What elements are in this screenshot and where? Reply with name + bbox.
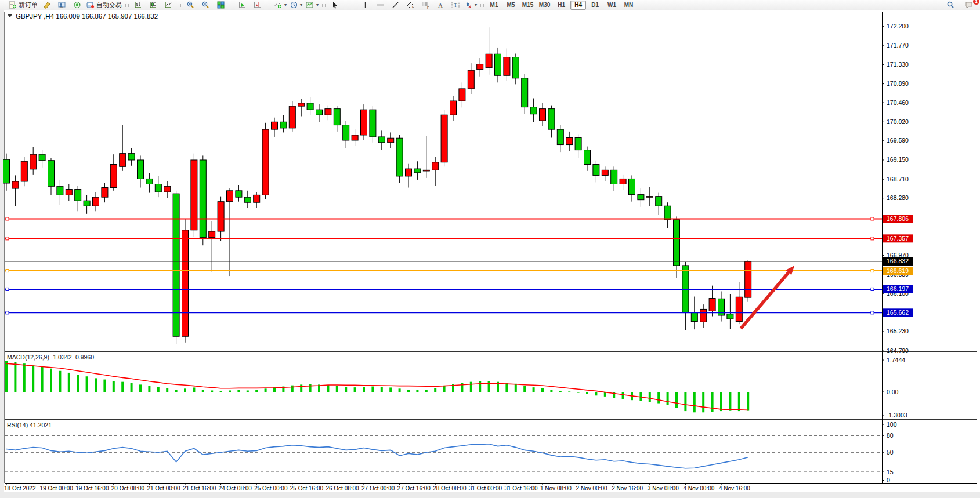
strategy-tester-icon [73,1,81,9]
fibonacci-tool-button[interactable]: F [418,0,433,10]
cursor-tool-button[interactable] [327,0,342,10]
zoom-in-button[interactable] [183,0,198,10]
svg-text:MACD(12,26,9) -1.0342 -0.9960: MACD(12,26,9) -1.0342 -0.9960 [7,354,94,361]
tile-windows-button[interactable] [213,0,228,10]
tab-timeframe-w1[interactable]: W1 [604,1,620,10]
toolbar-grip [2,2,5,8]
line-chart-icon [165,1,172,9]
svg-text:0: 0 [887,477,890,484]
tab-timeframe-m15[interactable]: M15 [520,1,536,10]
svg-text:20 Oct 08:00: 20 Oct 08:00 [111,485,145,492]
svg-text:28 Oct 08:00: 28 Oct 08:00 [433,485,467,492]
chart-canvas[interactable]: 172.200171.770171.330170.890170.460170.0… [0,0,980,498]
svg-text:170.890: 170.890 [887,80,909,87]
auto-scroll-icon [239,1,247,9]
fibonacci-icon: F [421,1,430,9]
svg-text:F: F [427,6,429,9]
text-label-tool-button[interactable]: T [448,0,463,10]
notifications-button[interactable]: 1 [961,0,977,10]
trendline-tool-button[interactable] [388,0,403,10]
svg-text:19 Oct 00:00: 19 Oct 00:00 [40,485,74,492]
indicators-button[interactable]: ▾ [272,0,288,10]
terminal-button[interactable] [55,0,70,10]
svg-text:0.00: 0.00 [887,388,899,395]
tab-timeframe-h1[interactable]: H1 [554,1,569,10]
templates-icon [306,1,314,9]
svg-text:1 Nov 08:00: 1 Nov 08:00 [540,485,572,492]
svg-text:21 Oct 16:00: 21 Oct 16:00 [183,485,216,492]
toolbar-grip [480,2,484,8]
tile-windows-icon [217,1,225,9]
new-order-icon [9,1,17,9]
svg-text:172.200: 172.200 [887,23,909,30]
candlestick-chart-button[interactable] [146,0,161,10]
text-label-icon: T [451,1,460,9]
tab-timeframe-mn[interactable]: MN [621,1,637,10]
toolbar-grip [125,2,129,8]
arrows-icon [465,1,472,9]
svg-text:169.590: 169.590 [887,137,909,144]
dropdown-caret: ▾ [284,2,287,8]
svg-text:25 Oct 00:00: 25 Oct 00:00 [254,485,288,492]
svg-text:2 Nov 00:00: 2 Nov 00:00 [576,485,607,492]
strategy-tester-button[interactable] [70,0,85,10]
toolbar-grip [230,2,233,8]
bar-chart-button[interactable] [131,0,146,10]
zoom-in-icon [186,1,194,9]
horizontal-line-icon [376,1,384,9]
svg-text:19 Oct 16:00: 19 Oct 16:00 [75,485,109,492]
indicators-icon [274,1,282,9]
svg-text:T: T [454,2,457,8]
new-order-label: 新订单 [19,1,38,9]
horizontal-line-tool-button[interactable] [373,0,388,10]
search-button[interactable] [943,0,958,10]
dropdown-caret: ▾ [316,2,319,8]
arrows-tool-button[interactable]: ▾ [463,0,479,10]
svg-text:170.460: 170.460 [887,99,909,106]
svg-text:168.280: 168.280 [887,194,909,201]
candlestick-chart-icon [150,1,157,9]
svg-text:31 Oct 00:00: 31 Oct 00:00 [469,485,502,492]
profiles-icon [43,1,51,9]
search-icon [946,1,954,9]
svg-text:24 Oct 08:00: 24 Oct 08:00 [219,485,252,492]
tab-timeframe-h4[interactable]: H4 [570,1,586,10]
tab-timeframe-m30[interactable]: M30 [537,1,552,10]
svg-text:164.790: 164.790 [887,347,909,354]
text-tool-button[interactable]: A [433,0,448,10]
svg-text:171.770: 171.770 [887,42,909,49]
new-order-button[interactable]: 新订单 [7,0,39,10]
svg-text:27 Oct 00:00: 27 Oct 00:00 [361,485,395,492]
line-chart-button[interactable] [161,0,176,10]
periods-button[interactable]: ▾ [288,0,304,10]
terminal-window: 新订单 自动交易 [0,0,980,498]
zoom-out-icon [201,1,209,9]
svg-text:165.662: 165.662 [887,309,909,316]
tab-timeframe-m5[interactable]: M5 [503,1,519,10]
svg-text:169.150: 169.150 [887,156,909,163]
crosshair-tool-button[interactable] [342,0,357,10]
svg-text:27 Oct 16:00: 27 Oct 16:00 [397,485,431,492]
svg-text:171.330: 171.330 [887,61,909,68]
tab-timeframe-m1[interactable]: M1 [486,1,502,10]
templates-button[interactable]: ▾ [304,0,320,10]
dropdown-caret: ▾ [300,2,302,8]
terminal-icon [58,1,66,9]
svg-text:50: 50 [887,449,894,456]
auto-scroll-button[interactable] [235,0,250,10]
svg-text:170.020: 170.020 [887,118,909,125]
svg-text:E: E [412,5,414,9]
tab-timeframe-d1[interactable]: D1 [587,1,603,10]
svg-text:2 Nov 16:00: 2 Nov 16:00 [612,485,643,492]
svg-text:167.806: 167.806 [887,215,909,222]
svg-text:80: 80 [887,432,894,439]
profiles-button[interactable] [39,0,55,10]
chart-shift-button[interactable] [250,0,265,10]
channel-tool-button[interactable]: E [403,0,418,10]
auto-trading-button[interactable]: 自动交易 [85,0,124,10]
svg-text:3 Nov 08:00: 3 Nov 08:00 [648,485,679,492]
toolbar-grip [322,2,326,8]
zoom-out-button[interactable] [198,0,213,10]
vertical-line-tool-button[interactable] [357,0,373,10]
notification-badge: 1 [973,0,979,5]
